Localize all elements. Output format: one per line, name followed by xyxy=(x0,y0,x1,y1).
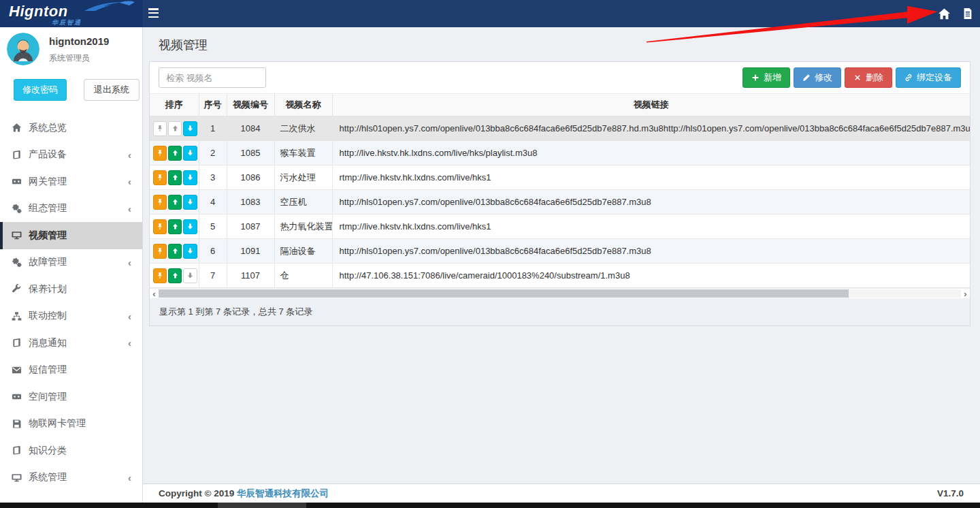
table-row[interactable]: 3 1086 污水处理 rtmp://live.hkstv.hk.lxdns.c… xyxy=(150,165,970,190)
pin-button[interactable] xyxy=(153,121,167,136)
cogs-icon xyxy=(10,204,22,214)
sidebar-item-maintenance-plan[interactable]: 保养计划 ‹ xyxy=(0,276,142,303)
sidebar-item-space-mgmt[interactable]: 空间管理 ‹ xyxy=(0,383,142,411)
document-icon[interactable] xyxy=(962,7,973,20)
wrench-icon xyxy=(10,284,22,294)
scroll-left-button[interactable]: ‹ xyxy=(150,289,159,298)
book-icon xyxy=(10,445,22,456)
home-icon[interactable] xyxy=(938,7,951,20)
sidebar-menu: 系统总览 ‹ 产品设备 ‹ 网关管理 ‹ 组态管理 ‹ 视频管理 ‹ 故障管理 … xyxy=(0,114,142,491)
video-url-cell: http://47.106.38.151:7086/live/cameraid/… xyxy=(332,264,970,288)
move-down-button[interactable] xyxy=(183,170,197,185)
user-panel: hignton2019 系统管理员 xyxy=(0,27,142,65)
scrollbar-track[interactable] xyxy=(159,289,961,298)
sidebar-item-label: 组态管理 xyxy=(29,202,67,215)
move-up-button[interactable] xyxy=(168,170,182,185)
move-up-button[interactable] xyxy=(168,146,182,161)
sidebar-item-product-device[interactable]: 产品设备 ‹ xyxy=(0,142,142,169)
column-header-name: 视频名称 xyxy=(274,94,332,116)
video-name-cell: 热力氧化装置 xyxy=(274,215,332,239)
brand-subtitle: 华辰智通 xyxy=(52,18,82,27)
table-row[interactable]: 6 1091 隔油设备 http://hls01open.ys7.com/ope… xyxy=(150,239,970,264)
copyright-text: Copyright © 2019 华辰智通科技有限公司 xyxy=(159,488,329,500)
move-up-button[interactable] xyxy=(168,121,182,136)
search-input[interactable] xyxy=(159,67,266,88)
move-up-button[interactable] xyxy=(168,195,182,210)
scrollbar-thumb[interactable] xyxy=(159,289,849,298)
sidebar-item-label: 消息通知 xyxy=(29,337,67,349)
sidebar-toggle-button[interactable] xyxy=(148,8,159,18)
sidebar-item-config-mgmt[interactable]: 组态管理 ‹ xyxy=(0,195,142,223)
sidebar-item-message-notify[interactable]: 消息通知 ‹ xyxy=(0,330,142,357)
table-row[interactable]: 7 1107 仓 http://47.106.38.151:7086/live/… xyxy=(150,264,970,288)
chevron-left-icon: ‹ xyxy=(128,176,131,187)
edit-button[interactable]: 修改 xyxy=(794,67,841,88)
x-icon xyxy=(853,74,862,82)
table-row[interactable]: 2 1085 猴车装置 http://live.hkstv.hk.lxdns.c… xyxy=(150,141,970,165)
sidebar-item-label: 系统总览 xyxy=(29,122,67,134)
pin-button[interactable] xyxy=(153,195,167,210)
change-password-button[interactable]: 修改密码 xyxy=(14,79,67,101)
move-down-button[interactable] xyxy=(183,146,197,161)
move-down-button[interactable] xyxy=(183,121,197,136)
video-url-cell: http://live.hkstv.hk.lxdns.com/live/hks/… xyxy=(332,141,970,165)
footer: Copyright © 2019 华辰智通科技有限公司 V1.7.0 xyxy=(143,483,980,503)
sidebar-item-gateway-mgmt[interactable]: 网关管理 ‹ xyxy=(0,168,142,195)
pin-button[interactable] xyxy=(153,268,167,283)
sidebar-item-label: 物联网卡管理 xyxy=(29,417,86,430)
bind-device-button-label: 绑定设备 xyxy=(917,72,952,84)
column-header-seq: 序号 xyxy=(199,94,227,116)
move-down-button[interactable] xyxy=(183,244,197,259)
add-button[interactable]: 新增 xyxy=(742,67,790,88)
book-icon xyxy=(10,338,22,348)
sidebar-item-sms-mgmt[interactable]: 短信管理 ‹ xyxy=(0,357,142,384)
sequence-cell: 3 xyxy=(199,165,227,190)
swoosh-graphic xyxy=(72,0,140,18)
pin-button[interactable] xyxy=(153,170,167,185)
chevron-left-icon: ‹ xyxy=(128,257,131,268)
video-name-cell: 隔油设备 xyxy=(274,239,332,264)
sidebar-item-video-mgmt[interactable]: 视频管理 ‹ xyxy=(0,222,142,249)
move-down-button[interactable] xyxy=(183,195,197,210)
bind-device-button[interactable]: 绑定设备 xyxy=(896,67,961,88)
sidebar-item-system-overview[interactable]: 系统总览 ‹ xyxy=(0,114,142,142)
chevron-left-icon: ‹ xyxy=(128,149,131,161)
sidebar-item-label: 系统管理 xyxy=(29,471,67,483)
sort-cell xyxy=(150,215,199,239)
sidebar-item-label: 故障管理 xyxy=(29,256,67,268)
company-link[interactable]: 华辰智通科技有限公司 xyxy=(237,488,329,498)
sidebar-item-linkage-control[interactable]: 联动控制 ‹ xyxy=(0,303,142,330)
envelope-icon xyxy=(10,365,22,375)
table-row[interactable]: 1 1084 二次供水 http://hls01open.ys7.com/ope… xyxy=(150,116,970,141)
video-table: 排序 序号 视频编号 视频名称 视频链接 1 1084 二次供水 http://… xyxy=(150,93,970,288)
gateway-icon xyxy=(10,392,22,402)
chevron-left-icon: ‹ xyxy=(128,472,131,483)
sidebar-item-iot-card-mgmt[interactable]: 物联网卡管理 ‹ xyxy=(0,411,142,438)
logout-button[interactable]: 退出系统 xyxy=(84,79,140,101)
move-down-button[interactable] xyxy=(183,219,197,234)
move-up-button[interactable] xyxy=(168,244,182,259)
sort-cell xyxy=(150,165,199,190)
pin-button[interactable] xyxy=(153,146,167,161)
video-name-cell: 猴车装置 xyxy=(274,141,332,165)
scroll-right-button[interactable]: › xyxy=(961,289,970,298)
pin-button[interactable] xyxy=(153,244,167,259)
sidebar-item-label: 视频管理 xyxy=(29,229,67,242)
move-down-button[interactable] xyxy=(183,268,197,283)
horizontal-scrollbar[interactable]: ‹ › xyxy=(150,288,970,298)
sequence-cell: 4 xyxy=(199,190,227,215)
video-code-cell: 1086 xyxy=(227,165,274,190)
save-icon xyxy=(10,419,22,429)
move-up-button[interactable] xyxy=(168,268,182,283)
sidebar-item-system-mgmt[interactable]: 系统管理 ‹ xyxy=(0,464,142,492)
move-up-button[interactable] xyxy=(168,219,182,234)
table-row[interactable]: 5 1087 热力氧化装置 rtmp://live.hkstv.hk.lxdns… xyxy=(150,215,970,239)
pin-button[interactable] xyxy=(153,219,167,234)
edit-button-label: 修改 xyxy=(815,72,832,84)
brand-logo[interactable]: Hignton 华辰智通 xyxy=(0,0,143,27)
sidebar-item-knowledge-class[interactable]: 知识分类 ‹ xyxy=(0,437,142,464)
page-title: 视频管理 xyxy=(159,37,208,53)
delete-button[interactable]: 删除 xyxy=(845,67,892,88)
sidebar-item-fault-mgmt[interactable]: 故障管理 ‹ xyxy=(0,249,142,276)
table-row[interactable]: 4 1083 空压机 http://hls01open.ys7.com/open… xyxy=(150,190,970,215)
